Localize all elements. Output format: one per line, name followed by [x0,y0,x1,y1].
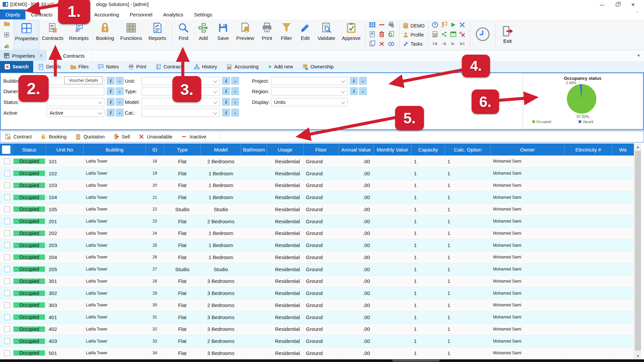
header-cell-electricity[interactable]: Electricity # [565,143,612,156]
status-select[interactable] [47,98,104,106]
header-cell-id[interactable]: ID [146,143,164,156]
minimize-button[interactable]: — [594,0,610,9]
table-row[interactable]: Occupied203Latifa Tower25Flat1 BedroomRe… [0,239,634,251]
row-checkbox[interactable] [4,206,10,212]
header-cell-check[interactable] [0,143,12,156]
help-icon[interactable]: ? [431,21,439,29]
row-checkbox[interactable] [4,219,10,224]
project-minus-button[interactable]: - [359,77,367,85]
ribbon-add-button[interactable]: Add [194,20,213,49]
subtab-notes[interactable]: Notes [93,61,123,72]
folder-small-icon[interactable] [4,21,10,26]
menu-oqody[interactable]: Oqody [0,9,25,19]
menu-analytics[interactable]: Analytics [158,9,189,19]
subtab-history[interactable]: History [189,61,222,72]
row-checkbox[interactable] [4,266,10,272]
ribbon-collapse-chevron[interactable]: ⌃ [636,11,639,16]
table-row[interactable]: Occupied201Latifa Tower23Flat2 BedroomsR… [0,216,634,228]
table-row[interactable]: Occupied101Latifa Tower18Flat2 BedroomsR… [0,156,634,168]
type-info-button[interactable]: i [222,87,230,95]
ribbon-filter-button[interactable]: Filter [277,20,296,49]
table-row[interactable]: Occupied401Latifa Tower31Flat3 BedroomsR… [0,311,634,323]
profile-row[interactable]: Profile [403,30,425,39]
type-minus-button[interactable]: - [231,87,239,95]
row-checkbox[interactable] [4,314,10,320]
table-row[interactable]: Occupied402Latifa Tower32Flat3 BedroomsR… [0,323,634,336]
scroll-up-arrow[interactable]: ▲ [634,143,642,150]
header-cell-bathroom[interactable]: Bathroom [241,143,267,156]
remove-line-icon[interactable] [378,21,386,29]
row-checkbox[interactable] [4,350,10,356]
subtab-files[interactable]: Files [66,61,94,72]
header-cell-status[interactable]: Status [12,143,46,156]
unit-minus-button[interactable]: - [231,77,239,85]
building-info-button[interactable]: i [107,77,115,85]
copy-document-icon[interactable] [368,40,376,48]
vertical-scroll-thumb[interactable] [635,151,641,351]
ribbon-properties-button[interactable]: Properties [14,20,39,49]
row-checkbox[interactable] [4,254,10,260]
ribbon-approve-button[interactable]: Approve [339,20,364,49]
table-row[interactable]: Occupied403Latifa Tower33Flat2 BedroomsR… [0,335,634,347]
table-row[interactable]: Occupied103Latifa Tower20Flat1 BedroomRe… [0,180,634,192]
ribbon-find-button[interactable]: Find [174,20,193,49]
row-checkbox[interactable] [4,290,10,296]
ribbon-preview-button[interactable]: Preview [233,20,257,49]
previous-record-button[interactable]: ◀ [440,40,448,48]
cat-select[interactable] [142,109,220,117]
table-row[interactable]: Occupied205Latifa Tower27StudioStudioRes… [0,263,634,276]
row-checkbox[interactable] [4,171,10,176]
row-checkbox[interactable] [4,182,10,188]
table-row[interactable]: Occupied102Latifa Tower19Flat1 BedroomRe… [0,168,634,180]
project-info-button[interactable]: i [350,77,358,85]
header-cell-calc_option[interactable]: Calc. Option [445,143,491,156]
display-select[interactable]: Units [271,98,347,106]
next-record-button[interactable]: ▶ [449,40,457,48]
horizontal-scrollbar[interactable] [0,359,644,362]
menu-settings[interactable]: Settings [189,9,217,19]
row-checkbox[interactable] [4,230,10,236]
horizontal-scroll-thumb[interactable] [392,360,439,362]
row-checkbox[interactable] [4,194,10,200]
table-row[interactable]: Occupied301Latifa Tower28Flat3 BedroomsR… [0,276,634,288]
subtab-ownership[interactable]: Ownership [298,61,338,72]
last-record-button[interactable]: ▶ [458,40,466,48]
region-info-button[interactable]: i [350,87,358,95]
cat-minus-button[interactable]: - [231,109,239,117]
header-cell-unit_no[interactable]: Unit No [46,143,84,156]
ribbon-reports-button[interactable]: Reports [145,20,170,49]
cancel-x-icon[interactable] [378,40,386,48]
vertical-scrollbar[interactable]: ▲ ▼ [634,143,641,359]
tab-list-caret[interactable]: ▼ [637,53,641,58]
row-checkbox[interactable] [4,159,10,164]
building-minus-button[interactable]: - [116,77,124,85]
clear-filter-icon[interactable] [458,30,466,38]
share-icon[interactable] [440,30,448,38]
delete-trash-icon[interactable] [378,30,386,38]
owner-input[interactable] [47,87,104,96]
presenter-icon[interactable] [440,21,448,29]
table-row[interactable]: Occupied302Latifa Tower29Flat3 BedroomsR… [0,287,634,299]
clock-menu[interactable] [475,19,490,50]
status-minus-button[interactable]: - [116,98,124,106]
grid-small-icon[interactable] [4,32,10,38]
row-checkbox[interactable] [4,278,10,284]
header-cell-type[interactable]: Type [164,143,201,156]
header-cell-annual_value[interactable]: Annual Value [339,143,374,156]
subtab-details[interactable]: Details [33,61,65,72]
row-checkbox[interactable] [4,326,10,332]
header-cell-usage[interactable]: Usage [267,143,304,156]
tasks-row[interactable]: Tasks [403,39,425,48]
tab-contracts[interactable]: Contracts [50,50,89,61]
region-minus-button[interactable]: - [359,87,367,95]
status-info-button[interactable]: i [107,98,115,106]
region-select[interactable] [271,87,347,96]
table-row[interactable]: Occupied104Latifa Tower21Flat1 BedroomRe… [0,191,634,203]
tab-properties[interactable]: Properties ✕ [0,50,47,61]
header-cell-building[interactable]: Building [84,143,146,156]
ribbon-edit-button[interactable]: Edit [297,20,314,49]
table-row[interactable]: Occupied501Latifa Tower34Flat3 BedroomsR… [0,347,634,359]
active-info-button[interactable]: i [107,109,115,117]
table-row[interactable]: Occupied303Latifa Tower30Flat2 BedroomsR… [0,299,634,311]
subtab-add-new[interactable]: + Add new [263,61,298,72]
